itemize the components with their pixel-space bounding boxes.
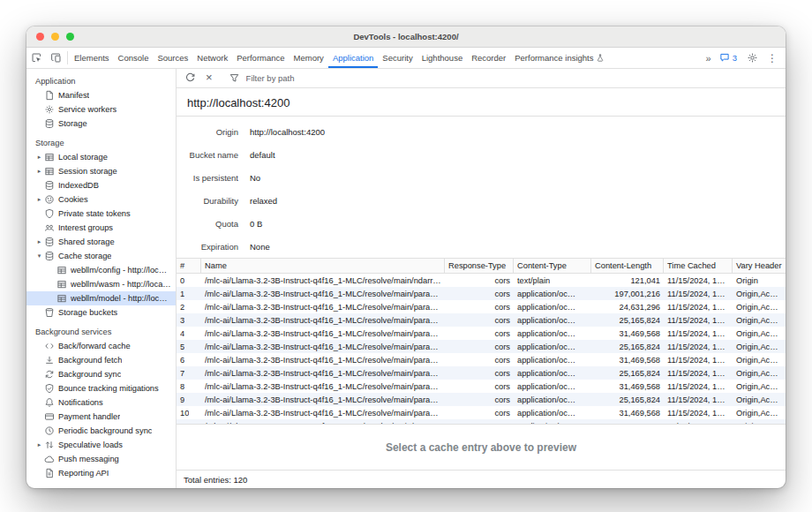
sidebar-item-bounce-tracking-mitigations[interactable]: Bounce tracking mitigations xyxy=(26,381,176,395)
sidebar-section-background-services: Background services xyxy=(26,325,176,339)
sidebar-item-local-storage[interactable]: ▸Local storage xyxy=(26,150,176,164)
table-row[interactable]: 8/mlc-ai/Llama-3.2-3B-Instruct-q4f16_1-M… xyxy=(177,380,786,393)
sidebar-item-storage[interactable]: Storage xyxy=(26,117,176,131)
settings-gear-icon[interactable] xyxy=(742,52,762,64)
sidebar-item-webllm-model-http-loc[interactable]: webllm/model - http://loc… xyxy=(26,291,176,305)
cell-text: 31,469,568 xyxy=(619,329,660,338)
sidebar-item-periodic-background-sync[interactable]: Periodic background sync xyxy=(26,424,176,438)
table-row[interactable]: 5/mlc-ai/Llama-3.2-3B-Instruct-q4f16_1-M… xyxy=(177,340,786,353)
cell-content-length: 31,469,568 xyxy=(591,380,664,393)
cell-content-type: application/oc… xyxy=(514,366,591,380)
issues-count: 3 xyxy=(733,53,737,63)
cell-text: 24,631,296 xyxy=(619,303,660,312)
sidebar-item-label: Private state tokens xyxy=(58,209,131,218)
tab-label: Recorder xyxy=(471,53,506,63)
sidebar-item-payment-handler[interactable]: Payment handler xyxy=(26,410,176,424)
issues-button[interactable]: 3 xyxy=(717,52,740,64)
table-row[interactable]: 0/mlc-ai/Llama-3.2-3B-Instruct-q4f16_1-M… xyxy=(177,274,786,287)
background-sync-icon xyxy=(44,369,58,380)
tab-lighthouse[interactable]: Lighthouse xyxy=(417,48,467,68)
sidebar-item-label: Storage xyxy=(58,119,87,128)
device-toolbar-icon[interactable] xyxy=(46,48,65,68)
tab-elements[interactable]: Elements xyxy=(70,48,114,68)
sidebar-item-manifest[interactable]: Manifest xyxy=(26,88,176,102)
sidebar-item-label: Bounce tracking mitigations xyxy=(58,384,159,393)
table-row[interactable]: 10/mlc-ai/Llama-3.2-3B-Instruct-q4f16_1-… xyxy=(177,406,786,419)
minimize-button[interactable] xyxy=(51,33,59,41)
token-icon xyxy=(44,208,58,219)
more-tabs-button[interactable]: » xyxy=(703,53,714,64)
column-header-response-type[interactable]: Response-Type xyxy=(445,259,514,273)
sidebar-item-back-forward-cache[interactable]: Back/forward cache xyxy=(26,339,176,353)
cell-text: /mlc-ai/Llama-3.2-3B-Instruct-q4f16_1-ML… xyxy=(205,343,441,351)
origin-field-quota: Quota0 B xyxy=(185,212,786,235)
delete-selected-icon[interactable]: × xyxy=(201,71,217,86)
sidebar-item-webllm-wasm-http-loca[interactable]: webllm/wasm - http://loca… xyxy=(26,277,176,291)
column-header-time-cached[interactable]: Time Cached xyxy=(664,259,733,273)
cell-vary-header: Origin,Access… xyxy=(733,327,786,340)
table-row[interactable]: 9/mlc-ai/Llama-3.2-3B-Instruct-q4f16_1-M… xyxy=(177,393,786,406)
cell-text: Origin,Access… xyxy=(736,290,782,298)
tab-console[interactable]: Console xyxy=(114,48,154,68)
column-header-[interactable]: # xyxy=(177,259,201,273)
inspect-icon[interactable] xyxy=(26,48,46,68)
sidebar-item-push-messaging[interactable]: Push messaging xyxy=(26,452,176,466)
column-header-vary-header[interactable]: Vary Header xyxy=(733,259,786,273)
tab-memory[interactable]: Memory xyxy=(289,48,328,68)
more-options-icon[interactable]: ⋮ xyxy=(764,52,780,64)
window-title: DevTools - localhost:4200/ xyxy=(353,32,458,41)
sidebar-item-notifications[interactable]: Notifications xyxy=(26,395,176,410)
tab-performance[interactable]: Performance xyxy=(232,48,289,68)
tab-network[interactable]: Network xyxy=(192,48,232,68)
tab-sources[interactable]: Sources xyxy=(153,48,192,68)
sidebar-item-indexeddb[interactable]: IndexedDB xyxy=(26,178,176,192)
sidebar-item-shared-storage[interactable]: ▸Shared storage xyxy=(26,235,176,249)
chevron-down-icon[interactable]: ▾ xyxy=(34,252,44,260)
sidebar-item-cookies[interactable]: ▸Cookies xyxy=(26,192,176,207)
chevron-right-icon[interactable]: ▸ xyxy=(34,168,44,175)
column-header-content-type[interactable]: Content-Type xyxy=(514,259,591,273)
table-row[interactable]: 7/mlc-ai/Llama-3.2-3B-Instruct-q4f16_1-M… xyxy=(177,366,786,380)
chevron-right-icon[interactable]: ▸ xyxy=(34,154,44,161)
table-row[interactable]: 1/mlc-ai/Llama-3.2-3B-Instruct-q4f16_1-M… xyxy=(177,287,786,300)
tab-performance-insights[interactable]: Performance insights xyxy=(510,48,609,68)
cache-toolbar: × xyxy=(177,69,786,88)
sidebar-item-label: Local storage xyxy=(58,153,108,162)
issues-bubble-icon xyxy=(719,52,730,64)
sidebar-item-storage-buckets[interactable]: Storage buckets xyxy=(26,305,176,320)
sidebar-item-reporting-api[interactable]: Reporting API xyxy=(26,466,176,480)
cell-text: application/oc… xyxy=(517,382,575,391)
close-button[interactable] xyxy=(36,33,44,41)
sidebar-item-background-fetch[interactable]: Background fetch xyxy=(26,353,176,367)
database-icon xyxy=(44,180,58,191)
sidebar-item-cache-storage[interactable]: ▾Cache storage xyxy=(26,249,176,263)
total-entries: Total entries: 120 xyxy=(184,475,247,485)
tab-security[interactable]: Security xyxy=(378,48,417,68)
cell-text: cors xyxy=(494,409,510,418)
column-header-name[interactable]: Name xyxy=(201,259,445,273)
table-row[interactable]: 6/mlc-ai/Llama-3.2-3B-Instruct-q4f16_1-M… xyxy=(177,353,786,366)
sidebar-item-background-sync[interactable]: Background sync xyxy=(26,367,176,381)
chevron-right-icon[interactable]: ▸ xyxy=(34,441,44,448)
cell-text: cors xyxy=(494,329,510,338)
column-header-content-length[interactable]: Content-Length xyxy=(591,259,664,273)
sidebar-item-speculative-loads[interactable]: ▸Speculative loads xyxy=(26,438,176,452)
tab-recorder[interactable]: Recorder xyxy=(467,48,510,68)
sidebar-item-label: webllm/model - http://loc… xyxy=(71,294,168,303)
refresh-icon[interactable] xyxy=(180,72,199,84)
tab-label: Console xyxy=(118,53,149,63)
cell-text: application/oc… xyxy=(517,369,575,378)
tab-application[interactable]: Application xyxy=(328,48,378,68)
zoom-button[interactable] xyxy=(66,33,74,41)
table-row[interactable]: 4/mlc-ai/Llama-3.2-3B-Instruct-q4f16_1-M… xyxy=(177,327,786,340)
table-row[interactable]: 2/mlc-ai/Llama-3.2-3B-Instruct-q4f16_1-M… xyxy=(177,300,786,313)
chevron-right-icon[interactable]: ▸ xyxy=(34,238,44,245)
filter-input[interactable] xyxy=(246,73,379,83)
sidebar-item-service-workers[interactable]: Service workers xyxy=(26,102,176,117)
sidebar-item-session-storage[interactable]: ▸Session storage xyxy=(26,164,176,178)
sidebar-item-private-state-tokens[interactable]: Private state tokens xyxy=(26,207,176,221)
sidebar-item-interest-groups[interactable]: Interest groups xyxy=(26,221,176,235)
table-row[interactable]: 3/mlc-ai/Llama-3.2-3B-Instruct-q4f16_1-M… xyxy=(177,313,786,327)
sidebar-item-webllm-config-http-loc[interactable]: webllm/config - http://loc… xyxy=(26,263,176,277)
chevron-right-icon[interactable]: ▸ xyxy=(34,196,44,203)
